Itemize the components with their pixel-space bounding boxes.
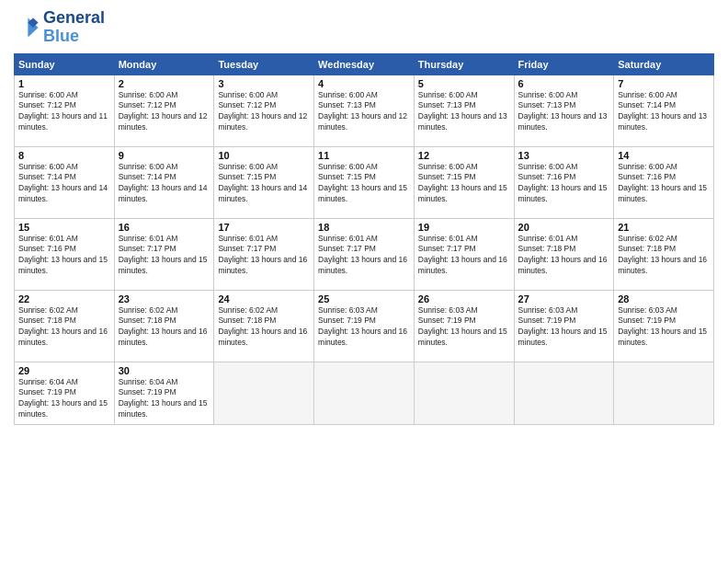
calendar-week-row: 22Sunrise: 6:02 AMSunset: 7:18 PMDayligh…	[15, 290, 714, 362]
day-number: 9	[119, 150, 210, 161]
header: General Blue	[14, 9, 714, 46]
calendar-cell: 12Sunrise: 6:00 AMSunset: 7:15 PMDayligh…	[414, 146, 514, 218]
calendar-cell: 5Sunrise: 6:00 AMSunset: 7:13 PMDaylight…	[414, 75, 514, 146]
day-number: 25	[318, 293, 410, 304]
calendar-cell: 17Sunrise: 6:01 AMSunset: 7:17 PMDayligh…	[214, 218, 314, 290]
day-number: 1	[18, 78, 110, 89]
day-info: Sunrise: 6:00 AMSunset: 7:15 PMDaylight:…	[418, 162, 510, 206]
calendar-cell: 30Sunrise: 6:04 AMSunset: 7:19 PMDayligh…	[114, 362, 214, 424]
day-info: Sunrise: 6:03 AMSunset: 7:19 PMDaylight:…	[518, 305, 610, 350]
day-number: 11	[318, 150, 410, 161]
day-info: Sunrise: 6:00 AMSunset: 7:16 PMDaylight:…	[518, 162, 610, 206]
calendar-cell	[614, 362, 714, 424]
calendar-cell: 11Sunrise: 6:00 AMSunset: 7:15 PMDayligh…	[314, 146, 415, 218]
calendar-cell: 3Sunrise: 6:00 AMSunset: 7:12 PMDaylight…	[214, 75, 314, 146]
day-number: 29	[18, 365, 110, 376]
day-number: 3	[218, 78, 310, 89]
calendar-cell: 19Sunrise: 6:01 AMSunset: 7:17 PMDayligh…	[414, 218, 514, 290]
day-number: 14	[618, 150, 710, 161]
calendar-cell: 10Sunrise: 6:00 AMSunset: 7:15 PMDayligh…	[214, 146, 314, 218]
day-number: 7	[618, 78, 710, 89]
day-info: Sunrise: 6:00 AMSunset: 7:15 PMDaylight:…	[218, 162, 310, 206]
calendar-cell: 2Sunrise: 6:00 AMSunset: 7:12 PMDaylight…	[114, 75, 214, 146]
day-number: 15	[18, 222, 110, 233]
day-info: Sunrise: 6:00 AMSunset: 7:12 PMDaylight:…	[218, 90, 310, 134]
weekday-header-row: SundayMondayTuesdayWednesdayThursdayFrid…	[15, 53, 714, 75]
day-number: 22	[18, 293, 110, 304]
day-number: 19	[418, 222, 510, 233]
day-number: 23	[119, 293, 210, 304]
day-info: Sunrise: 6:04 AMSunset: 7:19 PMDaylight:…	[119, 377, 210, 421]
calendar-cell	[414, 362, 514, 424]
logo-icon	[14, 15, 40, 40]
calendar-cell: 20Sunrise: 6:01 AMSunset: 7:18 PMDayligh…	[514, 218, 614, 290]
day-info: Sunrise: 6:01 AMSunset: 7:16 PMDaylight:…	[18, 234, 110, 278]
calendar-cell: 27Sunrise: 6:03 AMSunset: 7:19 PMDayligh…	[514, 290, 614, 362]
weekday-header-saturday: Saturday	[614, 53, 714, 75]
day-info: Sunrise: 6:01 AMSunset: 7:18 PMDaylight:…	[518, 234, 610, 278]
day-info: Sunrise: 6:01 AMSunset: 7:17 PMDaylight:…	[218, 234, 310, 278]
calendar-cell	[214, 362, 314, 424]
day-info: Sunrise: 6:00 AMSunset: 7:12 PMDaylight:…	[119, 90, 210, 134]
day-info: Sunrise: 6:02 AMSunset: 7:18 PMDaylight:…	[618, 234, 710, 278]
day-number: 10	[218, 150, 310, 161]
calendar-week-row: 15Sunrise: 6:01 AMSunset: 7:16 PMDayligh…	[15, 218, 714, 290]
day-info: Sunrise: 6:02 AMSunset: 7:18 PMDaylight:…	[18, 305, 110, 350]
day-number: 26	[418, 293, 510, 304]
day-number: 24	[218, 293, 310, 304]
weekday-header-thursday: Thursday	[414, 53, 514, 75]
day-info: Sunrise: 6:00 AMSunset: 7:16 PMDaylight:…	[618, 162, 710, 206]
calendar-cell: 21Sunrise: 6:02 AMSunset: 7:18 PMDayligh…	[614, 218, 714, 290]
day-info: Sunrise: 6:00 AMSunset: 7:14 PMDaylight:…	[18, 162, 110, 206]
calendar-cell: 26Sunrise: 6:03 AMSunset: 7:19 PMDayligh…	[414, 290, 514, 362]
calendar-cell	[314, 362, 415, 424]
day-number: 8	[18, 150, 110, 161]
calendar-cell: 8Sunrise: 6:00 AMSunset: 7:14 PMDaylight…	[15, 146, 115, 218]
calendar-cell: 22Sunrise: 6:02 AMSunset: 7:18 PMDayligh…	[15, 290, 115, 362]
weekday-header-wednesday: Wednesday	[314, 53, 415, 75]
day-number: 4	[318, 78, 410, 89]
calendar-cell	[514, 362, 614, 424]
calendar-cell: 28Sunrise: 6:03 AMSunset: 7:19 PMDayligh…	[614, 290, 714, 362]
day-info: Sunrise: 6:03 AMSunset: 7:19 PMDaylight:…	[318, 305, 410, 350]
day-number: 16	[119, 222, 210, 233]
logo: General Blue	[14, 9, 105, 46]
calendar-cell: 9Sunrise: 6:00 AMSunset: 7:14 PMDaylight…	[114, 146, 214, 218]
weekday-header-sunday: Sunday	[15, 53, 115, 75]
day-info: Sunrise: 6:04 AMSunset: 7:19 PMDaylight:…	[18, 377, 110, 421]
calendar-cell: 25Sunrise: 6:03 AMSunset: 7:19 PMDayligh…	[314, 290, 415, 362]
calendar-cell: 14Sunrise: 6:00 AMSunset: 7:16 PMDayligh…	[614, 146, 714, 218]
day-info: Sunrise: 6:00 AMSunset: 7:14 PMDaylight:…	[618, 90, 710, 134]
day-number: 30	[119, 365, 210, 376]
calendar-table: SundayMondayTuesdayWednesdayThursdayFrid…	[14, 53, 714, 425]
day-info: Sunrise: 6:02 AMSunset: 7:18 PMDaylight:…	[119, 305, 210, 350]
calendar-week-row: 1Sunrise: 6:00 AMSunset: 7:12 PMDaylight…	[15, 75, 714, 146]
calendar-cell: 23Sunrise: 6:02 AMSunset: 7:18 PMDayligh…	[114, 290, 214, 362]
day-number: 27	[518, 293, 610, 304]
day-info: Sunrise: 6:00 AMSunset: 7:13 PMDaylight:…	[518, 90, 610, 134]
calendar-cell: 7Sunrise: 6:00 AMSunset: 7:14 PMDaylight…	[614, 75, 714, 146]
day-info: Sunrise: 6:00 AMSunset: 7:12 PMDaylight:…	[18, 90, 110, 134]
day-info: Sunrise: 6:01 AMSunset: 7:17 PMDaylight:…	[318, 234, 410, 278]
day-number: 21	[618, 222, 710, 233]
day-info: Sunrise: 6:00 AMSunset: 7:13 PMDaylight:…	[318, 90, 410, 134]
weekday-header-monday: Monday	[114, 53, 214, 75]
day-number: 6	[518, 78, 610, 89]
calendar-cell: 15Sunrise: 6:01 AMSunset: 7:16 PMDayligh…	[15, 218, 115, 290]
calendar-cell: 18Sunrise: 6:01 AMSunset: 7:17 PMDayligh…	[314, 218, 415, 290]
day-info: Sunrise: 6:02 AMSunset: 7:18 PMDaylight:…	[218, 305, 310, 350]
weekday-header-tuesday: Tuesday	[214, 53, 314, 75]
day-number: 2	[119, 78, 210, 89]
day-info: Sunrise: 6:03 AMSunset: 7:19 PMDaylight:…	[418, 305, 510, 350]
day-info: Sunrise: 6:01 AMSunset: 7:17 PMDaylight:…	[418, 234, 510, 278]
day-number: 28	[618, 293, 710, 304]
calendar-cell: 6Sunrise: 6:00 AMSunset: 7:13 PMDaylight…	[514, 75, 614, 146]
calendar-cell: 16Sunrise: 6:01 AMSunset: 7:17 PMDayligh…	[114, 218, 214, 290]
day-info: Sunrise: 6:00 AMSunset: 7:13 PMDaylight:…	[418, 90, 510, 134]
calendar-cell: 24Sunrise: 6:02 AMSunset: 7:18 PMDayligh…	[214, 290, 314, 362]
day-info: Sunrise: 6:00 AMSunset: 7:15 PMDaylight:…	[318, 162, 410, 206]
day-number: 5	[418, 78, 510, 89]
day-number: 20	[518, 222, 610, 233]
day-number: 18	[318, 222, 410, 233]
day-info: Sunrise: 6:01 AMSunset: 7:17 PMDaylight:…	[119, 234, 210, 278]
